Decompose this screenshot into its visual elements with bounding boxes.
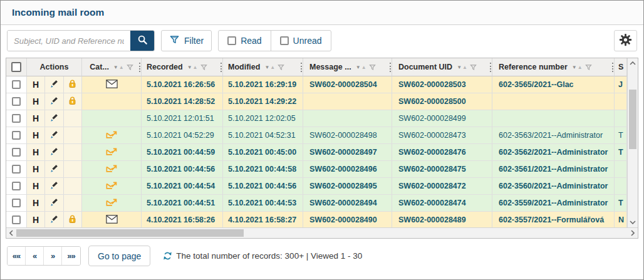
table-row: H5.10.2021 00:44:515.10.2021 00:44:53SW6… xyxy=(6,195,627,212)
vertical-scrollbar[interactable] xyxy=(627,58,638,227)
column-resize-handle[interactable] xyxy=(221,63,222,72)
cell-recorded: 5.10.2021 00:44:59 xyxy=(142,144,223,161)
select-all-checkbox[interactable] xyxy=(11,62,21,72)
column-resize-handle[interactable] xyxy=(612,63,613,72)
history-button[interactable]: H xyxy=(27,178,44,194)
cell-modified: 5.10.2021 14:29:22 xyxy=(223,93,303,110)
mini-funnel-icon[interactable] xyxy=(278,64,284,71)
read-checkbox[interactable] xyxy=(227,36,236,45)
history-button[interactable]: H xyxy=(27,212,44,228)
table-header-row: ActionsCat...▼▲Recorded▼▲Modified▼▲Messa… xyxy=(6,58,627,76)
empty-slot xyxy=(63,161,81,177)
column-resize-handle[interactable] xyxy=(139,63,140,72)
cell-modified: 5.10.2021 16:29:19 xyxy=(223,76,303,93)
row-checkbox[interactable] xyxy=(12,215,21,224)
sort-desc-icon[interactable]: ▼ xyxy=(356,65,361,70)
mini-funnel-icon[interactable] xyxy=(585,64,592,71)
table-body: H5.10.2021 16:26:565.10.2021 16:29:19SW6… xyxy=(6,76,627,229)
edit-button[interactable] xyxy=(44,195,63,211)
column-header-message[interactable]: Message ...▼▲ xyxy=(303,58,392,76)
table-row: H5.10.2021 00:44:545.10.2021 00:44:56SW6… xyxy=(6,178,627,195)
mini-funnel-icon[interactable] xyxy=(470,64,477,71)
scroll-right-arrow[interactable] xyxy=(628,228,638,238)
sort-desc-icon[interactable]: ▼ xyxy=(572,65,577,70)
column-header-actions: Actions xyxy=(27,58,82,76)
edit-button[interactable] xyxy=(44,76,63,93)
horizontal-scroll-thumb[interactable] xyxy=(16,229,244,237)
sort-asc-icon[interactable]: ▲ xyxy=(462,65,467,70)
edit-button[interactable] xyxy=(44,178,63,194)
cell-recorded: 5.10.2021 00:44:54 xyxy=(142,178,223,195)
column-resize-handle[interactable] xyxy=(490,63,491,72)
row-checkbox[interactable] xyxy=(12,131,21,140)
scroll-down-arrow[interactable] xyxy=(628,217,638,227)
column-header-reference[interactable]: Reference number▼▲ xyxy=(492,58,615,76)
envelope-closed-icon xyxy=(106,80,118,90)
column-header-recorded[interactable]: Recorded▼▲ xyxy=(142,58,223,76)
first-page-button[interactable]: «« xyxy=(8,247,26,265)
scroll-up-arrow[interactable] xyxy=(628,58,638,68)
history-button[interactable]: H xyxy=(27,93,44,110)
filter-button[interactable]: Filter xyxy=(161,30,212,51)
row-checkbox[interactable] xyxy=(12,114,21,123)
sort-desc-icon[interactable]: ▼ xyxy=(187,65,192,70)
pencil-icon xyxy=(49,147,59,158)
column-header-docuid[interactable]: Document UID▼▲ xyxy=(392,58,492,76)
history-button[interactable]: H xyxy=(27,76,44,93)
refresh-icon[interactable] xyxy=(163,251,172,261)
column-header-cat[interactable]: Cat...▼▲ xyxy=(82,58,142,76)
row-checkbox[interactable] xyxy=(12,97,21,106)
edit-button[interactable] xyxy=(44,212,63,228)
read-label: Read xyxy=(241,36,261,46)
history-button[interactable]: H xyxy=(27,195,44,211)
pencil-icon xyxy=(49,214,59,226)
unread-checkbox[interactable] xyxy=(280,36,289,45)
settings-button[interactable] xyxy=(614,30,637,51)
edit-button[interactable] xyxy=(44,110,63,127)
edit-button[interactable] xyxy=(44,93,63,110)
edit-button[interactable] xyxy=(44,161,63,177)
sort-asc-icon[interactable]: ▲ xyxy=(193,65,198,70)
sort-asc-icon[interactable]: ▲ xyxy=(361,65,366,70)
row-checkbox[interactable] xyxy=(12,148,21,157)
cell-message-uid: SW602-000028495 xyxy=(303,178,392,195)
search-input[interactable] xyxy=(8,31,130,51)
column-resize-handle[interactable] xyxy=(301,63,302,72)
cell-reference-number: 602-3557/2021--Formulářová xyxy=(492,212,615,229)
sort-asc-icon[interactable]: ▲ xyxy=(578,65,583,70)
edit-button[interactable] xyxy=(44,144,63,160)
edit-button[interactable] xyxy=(44,127,63,143)
history-button[interactable]: H xyxy=(27,161,44,177)
mini-funnel-icon[interactable] xyxy=(369,64,376,71)
row-checkbox[interactable] xyxy=(12,165,21,174)
go-to-page-button[interactable]: Go to page xyxy=(88,246,150,266)
row-checkbox[interactable] xyxy=(12,182,21,190)
sort-asc-icon[interactable]: ▲ xyxy=(119,65,124,70)
column-resize-handle[interactable] xyxy=(390,63,391,72)
records-summary: The total number of records: 300+ | View… xyxy=(163,251,362,261)
envelope-open-arrow-icon xyxy=(106,197,117,209)
sort-desc-icon[interactable]: ▼ xyxy=(264,65,269,70)
column-header-modified[interactable]: Modified▼▲ xyxy=(223,58,303,76)
search-button[interactable] xyxy=(130,31,154,51)
mini-funnel-icon[interactable] xyxy=(200,64,207,71)
next-page-button[interactable]: » xyxy=(44,247,62,265)
row-checkbox[interactable] xyxy=(12,199,21,207)
sort-desc-icon[interactable]: ▼ xyxy=(457,65,462,70)
horizontal-scrollbar[interactable] xyxy=(6,227,638,238)
history-button[interactable]: H xyxy=(27,127,44,143)
unread-filter[interactable]: Unread xyxy=(271,31,331,51)
history-button[interactable]: H xyxy=(27,110,44,127)
row-checkbox[interactable] xyxy=(12,80,21,89)
sort-desc-icon[interactable]: ▼ xyxy=(113,65,118,70)
last-page-button[interactable]: »» xyxy=(62,247,80,265)
mini-funnel-icon[interactable] xyxy=(127,64,133,71)
read-filter[interactable]: Read xyxy=(219,31,270,51)
previous-page-button[interactable]: « xyxy=(26,247,44,265)
row-select-cell xyxy=(6,76,27,93)
scroll-left-arrow[interactable] xyxy=(6,228,16,238)
history-button[interactable]: H xyxy=(27,144,44,160)
row-select-cell xyxy=(6,212,27,229)
vertical-scroll-thumb[interactable] xyxy=(629,90,636,149)
sort-asc-icon[interactable]: ▲ xyxy=(270,65,275,70)
